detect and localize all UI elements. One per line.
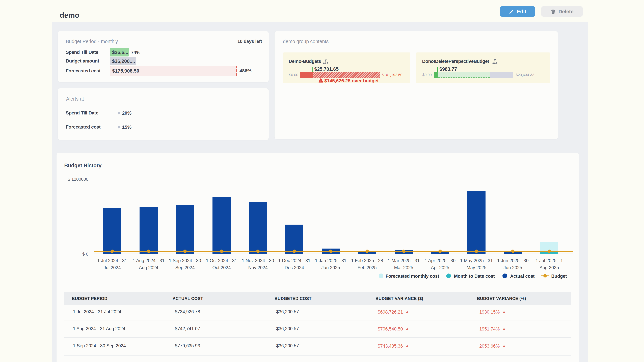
- svg-text:1 Aug 2024 - 31: 1 Aug 2024 - 31: [133, 258, 165, 263]
- svg-text:Actual cost: Actual cost: [510, 274, 535, 279]
- svg-text:1 Jul 2024 - 31: 1 Jul 2024 - 31: [97, 258, 127, 263]
- svg-text:Jun 2025: Jun 2025: [504, 265, 522, 270]
- svg-text:Sep 2024: Sep 2024: [175, 265, 195, 270]
- svg-text:Dec 2024: Dec 2024: [284, 265, 304, 270]
- svg-text:$ 1200000: $ 1200000: [68, 177, 88, 182]
- svg-text:1 May 2025 - 31: 1 May 2025 - 31: [460, 258, 493, 263]
- svg-text:1 Jan 2025 - 31: 1 Jan 2025 - 31: [315, 258, 346, 263]
- svg-text:Nov 2024: Nov 2024: [248, 265, 268, 270]
- svg-text:Aug 2025: Aug 2025: [540, 265, 559, 270]
- svg-text:1 Feb 2025 - 28: 1 Feb 2025 - 28: [351, 258, 383, 263]
- svg-text:Aug 2024: Aug 2024: [139, 265, 158, 270]
- svg-text:Apr 2025: Apr 2025: [431, 265, 449, 270]
- svg-text:1 Jun 2025 - 30: 1 Jun 2025 - 30: [497, 258, 528, 263]
- svg-text:$ 0: $ 0: [82, 252, 88, 257]
- svg-text:May 2025: May 2025: [466, 265, 486, 270]
- svg-text:1 Sep 2024 - 30: 1 Sep 2024 - 30: [169, 258, 201, 263]
- svg-text:1 Jul 2025 - 1: 1 Jul 2025 - 1: [536, 258, 563, 263]
- svg-text:Budget: Budget: [551, 274, 567, 279]
- svg-text:1 Apr 2025 - 30: 1 Apr 2025 - 30: [425, 258, 456, 263]
- svg-text:Jul 2024: Jul 2024: [104, 265, 121, 270]
- svg-text:Mar 2025: Mar 2025: [394, 265, 413, 270]
- svg-text:Month to Date cost: Month to Date cost: [454, 274, 495, 279]
- svg-text:Jan 2025: Jan 2025: [321, 265, 340, 270]
- svg-text:Feb 2025: Feb 2025: [358, 265, 377, 270]
- svg-text:Forecasted monthly cost: Forecasted monthly cost: [386, 274, 439, 279]
- svg-text:1 Oct 2024 - 31: 1 Oct 2024 - 31: [206, 258, 237, 263]
- svg-text:1 Mar 2025 - 31: 1 Mar 2025 - 31: [388, 258, 420, 263]
- svg-text:1 Dec 2024 - 31: 1 Dec 2024 - 31: [278, 258, 310, 263]
- svg-text:Oct 2024: Oct 2024: [212, 265, 231, 270]
- svg-text:1 Nov 2024 - 30: 1 Nov 2024 - 30: [242, 258, 274, 263]
